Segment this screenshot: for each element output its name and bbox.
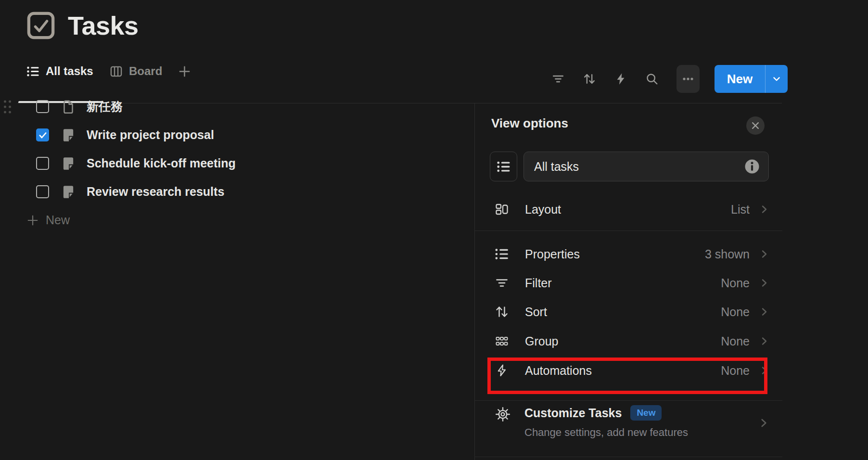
task-title: Schedule kick-off meeting [87,156,236,170]
gear-icon [495,406,511,422]
chevron-right-icon [758,365,770,376]
panel-row-customize-tasks[interactable]: Customize Tasks New Change settings, add… [495,405,770,439]
chevron-right-icon [758,277,770,289]
panel-row-layout[interactable]: Layout List [495,196,770,222]
panel-row-value: None [721,305,750,319]
task-row[interactable]: Schedule kick-off meeting [0,149,474,178]
list-icon [26,65,39,78]
chevron-right-icon [758,248,770,260]
panel-row-group[interactable]: Group None [495,328,770,354]
list-icon [495,247,509,261]
tasks-page: Tasks All tasks Board [0,0,868,460]
filter-icon [495,276,509,290]
page-title: Tasks [68,11,139,40]
task-row[interactable]: 新任務 [0,92,474,121]
chevron-right-icon [757,417,770,429]
panel-row-value: List [731,203,750,217]
add-task-button[interactable]: New [0,206,474,234]
view-options-panel: View options [474,103,782,460]
close-icon [751,121,760,130]
panel-row-label: Properties [525,247,580,261]
panel-row-filter[interactable]: Filter None [495,270,770,296]
add-view-button[interactable] [178,62,191,81]
chevron-right-icon [758,306,770,318]
sort-icon [495,305,509,319]
more-button[interactable] [677,65,700,93]
info-icon[interactable] [744,159,760,174]
page-filled-icon [61,184,76,200]
task-checkbox[interactable] [36,157,49,170]
panel-row-value: 3 shown [705,247,750,261]
task-checkbox[interactable] [36,128,49,141]
add-task-label: New [46,213,70,227]
panel-title: View options [491,116,568,131]
task-title: Write project proposal [87,128,214,142]
more-icon [681,72,695,86]
panel-row-value: None [721,364,750,378]
group-icon [495,334,509,348]
tab-label: Board [129,64,162,78]
tab-board[interactable]: Board [110,62,162,81]
board-icon [110,65,123,78]
new-dropdown-button[interactable] [766,65,788,93]
task-checkbox[interactable] [36,100,49,113]
plus-icon [26,214,39,227]
page-header: Tasks [26,11,139,40]
task-title: Review research results [87,185,224,199]
drag-handle-icon[interactable] [4,100,11,113]
panel-row-label: Sort [525,305,547,319]
task-list: 新任務 Write project proposal [0,92,474,234]
tab-label: All tasks [46,64,93,78]
panel-row-label: Layout [525,203,561,217]
chevron-down-icon [771,73,782,85]
layout-icon [495,202,509,217]
checkbox-checked-icon [26,11,55,40]
chevron-right-icon [758,335,770,347]
panel-row-label: Automations [525,364,592,378]
panel-row-label: Filter [525,276,552,290]
sort-icon[interactable] [583,72,596,86]
chevron-right-icon [758,204,770,215]
task-row[interactable]: Write project proposal [0,121,474,149]
zap-icon[interactable] [614,72,627,86]
new-split-button: New [715,65,788,93]
panel-row-value: None [721,334,750,348]
tab-all-tasks[interactable]: All tasks [26,62,93,81]
panel-row-sort[interactable]: Sort None [495,299,770,325]
customize-title: Customize Tasks [524,406,622,420]
task-checkbox[interactable] [36,185,49,198]
panel-divider [475,230,782,231]
panel-divider [475,457,782,457]
new-badge: New [630,405,662,421]
search-icon[interactable] [645,72,659,86]
task-title: 新任務 [87,99,123,115]
panel-row-label: Group [525,334,558,348]
page-filled-icon [61,156,76,171]
panel-row-properties[interactable]: Properties 3 shown [495,241,770,267]
new-button[interactable]: New [715,65,765,93]
view-name-input[interactable] [523,152,769,181]
check-icon [38,130,48,140]
close-panel-button[interactable] [746,116,765,135]
list-view-icon [497,160,511,174]
view-toolbar: New [551,64,788,93]
panel-divider [475,400,782,401]
customize-text: Customize Tasks New Change settings, add… [524,405,688,439]
plus-icon [178,65,191,78]
filter-icon[interactable] [551,72,565,86]
page-outline-icon [61,99,76,115]
zap-icon [495,363,509,378]
customize-description: Change settings, add new features [524,426,688,439]
panel-row-automations[interactable]: Automations None [495,358,770,383]
view-type-button[interactable] [490,152,517,181]
page-filled-icon [61,128,76,143]
task-row[interactable]: Review research results [0,178,474,206]
panel-row-value: None [721,276,750,290]
